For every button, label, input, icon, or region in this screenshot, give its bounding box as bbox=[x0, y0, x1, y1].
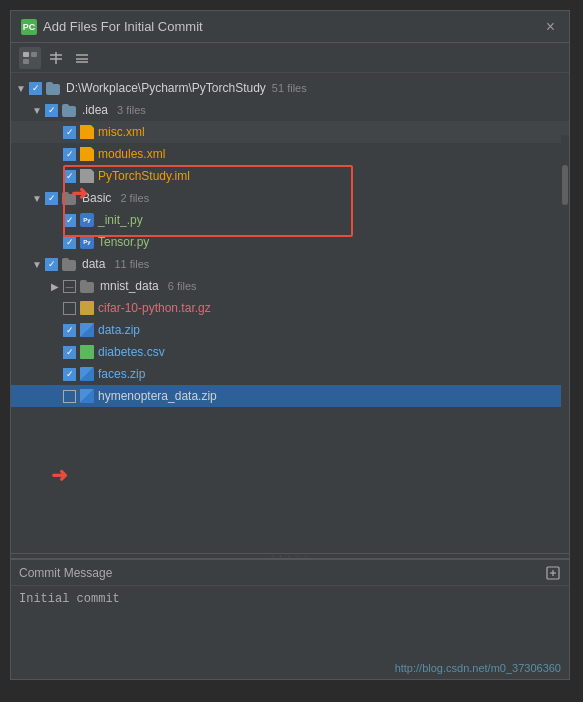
commit-section: Commit Message Initial commit http://blo… bbox=[11, 559, 569, 679]
init-py-checkbox[interactable] bbox=[63, 214, 76, 227]
dialog-window: PC Add Files For Initial Commit × bbox=[10, 10, 570, 680]
title-bar: PC Add Files For Initial Commit × bbox=[11, 11, 569, 43]
iml-icon bbox=[80, 169, 94, 183]
faces-zip-label: faces.zip bbox=[98, 367, 145, 381]
commit-header-icon[interactable] bbox=[545, 565, 561, 581]
toolbar bbox=[11, 43, 569, 73]
data-folder-icon bbox=[62, 258, 78, 271]
init-py-label: _init_.py bbox=[98, 213, 143, 227]
data-count: 11 files bbox=[111, 258, 149, 270]
data-label: data bbox=[82, 257, 105, 271]
faces-zip-icon bbox=[80, 367, 94, 381]
scrollbar-thumb[interactable] bbox=[562, 165, 568, 205]
commit-url: http://blog.csdn.net/m0_37306360 bbox=[395, 662, 561, 674]
idea-folder-icon bbox=[62, 104, 78, 117]
tensor-py-icon: Py bbox=[80, 235, 94, 249]
diabetes-node[interactable]: diabetes.csv bbox=[11, 341, 569, 363]
commit-body: Initial commit bbox=[11, 586, 569, 656]
red-arrow-data: ➜ bbox=[51, 463, 68, 487]
mnist-checkbox[interactable] bbox=[63, 280, 76, 293]
init-py-node[interactable]: Py _init_.py bbox=[11, 209, 569, 231]
cifar-icon bbox=[80, 301, 94, 315]
diabetes-icon bbox=[80, 345, 94, 359]
commit-header-title: Commit Message bbox=[19, 566, 112, 580]
idea-folder-node[interactable]: .idea 3 files bbox=[11, 99, 569, 121]
svg-rect-0 bbox=[23, 52, 29, 57]
misc-xml-label: misc.xml bbox=[98, 125, 145, 139]
init-py-icon: Py bbox=[80, 213, 94, 227]
tensor-py-label: Tensor.py bbox=[98, 235, 149, 249]
root-checkbox[interactable] bbox=[29, 82, 42, 95]
hymenoptera-checkbox[interactable] bbox=[63, 390, 76, 403]
faces-zip-checkbox[interactable] bbox=[63, 368, 76, 381]
cifar-node[interactable]: cifar-10-python.tar.gz bbox=[11, 297, 569, 319]
file-tree: D:\Workplace\Pycharm\PyTorchStudy 51 fil… bbox=[11, 73, 569, 411]
misc-xml-node[interactable]: misc.xml bbox=[11, 121, 569, 143]
root-folder-icon bbox=[46, 82, 62, 95]
commit-footer: http://blog.csdn.net/m0_37306360 bbox=[11, 656, 569, 679]
basic-folder-icon bbox=[62, 192, 78, 205]
mnist-label: mnist_data bbox=[100, 279, 159, 293]
basic-count: 2 files bbox=[117, 192, 149, 204]
data-zip-icon bbox=[80, 323, 94, 337]
root-count: 51 files bbox=[272, 82, 307, 94]
modules-xml-checkbox[interactable] bbox=[63, 148, 76, 161]
idea-expand-arrow[interactable] bbox=[29, 102, 45, 118]
misc-xml-checkbox[interactable] bbox=[63, 126, 76, 139]
iml-label: PyTorchStudy.iml bbox=[98, 169, 190, 183]
scrollbar-track[interactable] bbox=[561, 135, 569, 423]
file-tree-wrapper: D:\Workplace\Pycharm\PyTorchStudy 51 fil… bbox=[11, 73, 569, 553]
data-zip-node[interactable]: data.zip bbox=[11, 319, 569, 341]
basic-expand-arrow[interactable] bbox=[29, 190, 45, 206]
modules-xml-label: modules.xml bbox=[98, 147, 165, 161]
expand-all-button[interactable] bbox=[45, 47, 67, 69]
basic-folder-node[interactable]: Basic 2 files bbox=[11, 187, 569, 209]
hymenoptera-node[interactable]: hymenoptera_data.zip bbox=[11, 385, 569, 407]
cifar-label: cifar-10-python.tar.gz bbox=[98, 301, 211, 315]
data-zip-checkbox[interactable] bbox=[63, 324, 76, 337]
svg-rect-2 bbox=[23, 59, 29, 64]
data-checkbox[interactable] bbox=[45, 258, 58, 271]
basic-checkbox[interactable] bbox=[45, 192, 58, 205]
mnist-count: 6 files bbox=[165, 280, 197, 292]
commit-header: Commit Message bbox=[11, 560, 569, 586]
iml-node[interactable]: PyTorchStudy.iml bbox=[11, 165, 569, 187]
mnist-expand-arrow[interactable] bbox=[47, 278, 63, 294]
toggle-dir-button[interactable] bbox=[19, 47, 41, 69]
data-expand-arrow[interactable] bbox=[29, 256, 45, 272]
modules-xml-node[interactable]: modules.xml bbox=[11, 143, 569, 165]
close-button[interactable]: × bbox=[542, 17, 559, 37]
modules-xml-icon bbox=[80, 147, 94, 161]
diabetes-checkbox[interactable] bbox=[63, 346, 76, 359]
mnist-folder-icon bbox=[80, 280, 96, 293]
tensor-py-checkbox[interactable] bbox=[63, 236, 76, 249]
diabetes-label: diabetes.csv bbox=[98, 345, 165, 359]
root-expand-arrow[interactable] bbox=[13, 80, 29, 96]
misc-xml-icon bbox=[80, 125, 94, 139]
data-zip-label: data.zip bbox=[98, 323, 140, 337]
window-title: Add Files For Initial Commit bbox=[43, 19, 203, 34]
mnist-folder-node[interactable]: mnist_data 6 files bbox=[11, 275, 569, 297]
svg-rect-1 bbox=[31, 52, 37, 57]
idea-count: 3 files bbox=[114, 104, 146, 116]
root-label: D:\Workplace\Pycharm\PyTorchStudy bbox=[66, 81, 266, 95]
hymenoptera-icon bbox=[80, 389, 94, 403]
idea-label: .idea bbox=[82, 103, 108, 117]
hymenoptera-label: hymenoptera_data.zip bbox=[98, 389, 217, 403]
title-bar-left: PC Add Files For Initial Commit bbox=[21, 19, 203, 35]
app-icon: PC bbox=[21, 19, 37, 35]
iml-checkbox[interactable] bbox=[63, 170, 76, 183]
idea-checkbox[interactable] bbox=[45, 104, 58, 117]
data-folder-node[interactable]: data 11 files bbox=[11, 253, 569, 275]
collapse-all-button[interactable] bbox=[71, 47, 93, 69]
commit-message: Initial commit bbox=[19, 592, 120, 606]
cifar-checkbox[interactable] bbox=[63, 302, 76, 315]
faces-zip-node[interactable]: faces.zip bbox=[11, 363, 569, 385]
tree-root[interactable]: D:\Workplace\Pycharm\PyTorchStudy 51 fil… bbox=[11, 77, 569, 99]
basic-label: Basic bbox=[82, 191, 111, 205]
tensor-py-node[interactable]: Py Tensor.py bbox=[11, 231, 569, 253]
